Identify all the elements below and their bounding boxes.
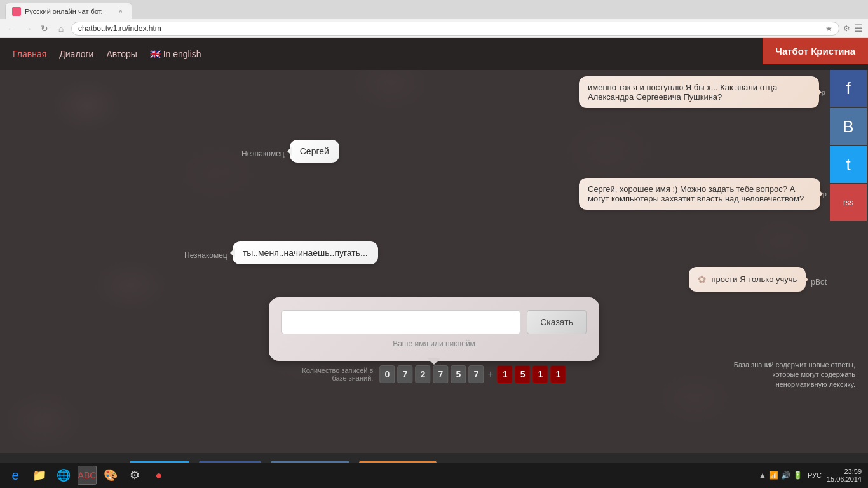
chat-area: именно так я и поступлю Я бы х... Как зв…: [0, 70, 868, 424]
digit-r1: 1: [498, 365, 513, 383]
browser-tab[interactable]: Русский онлайн чат бот. ×: [5, 3, 132, 19]
bot-bubble-1: именно так я и поступлю Я бы х... Как зв…: [579, 76, 819, 108]
taskbar-right: ▲ 📶 🔊 🔋 РУС 23:59 15.06.2014: [759, 468, 865, 483]
sidebar-vk-button[interactable]: В: [830, 108, 867, 145]
bot-message-2: Сергей, хорошее имя :) Можно задать тебе…: [579, 178, 827, 210]
taskbar: e 📁 🌐 ABC 🎨 ⚙ ● ▲ 📶 🔊 🔋 РУС 23:59 15.06.…: [0, 463, 868, 488]
paint-icon[interactable]: 🎨: [100, 465, 121, 485]
counter-label: Количество записей вбазе знаний:: [302, 367, 373, 382]
bookmark-star-icon[interactable]: ★: [825, 24, 832, 33]
bot-message-1: именно так я и поступлю Я бы х... Как зв…: [579, 76, 827, 108]
steam-icon[interactable]: ⚙: [125, 465, 145, 485]
red-icon[interactable]: ●: [149, 465, 169, 485]
bot-message-3-text: прости Я только учучь: [711, 274, 797, 284]
bot-message-3: ✿ прости Я только учучь pBot: [689, 267, 827, 292]
refresh-button[interactable]: ↻: [38, 22, 51, 35]
volume-icon: 🔊: [781, 471, 790, 480]
nav-english[interactable]: 🇬🇧 In english: [150, 49, 201, 59]
navbar: Главная Диалоги Авторы 🇬🇧 In english Чат…: [0, 38, 868, 70]
bot-bubble-3: ✿ прости Я только учучь: [689, 267, 806, 292]
clock-time: 23:59: [827, 468, 862, 475]
right-sidebar: f В t rss: [830, 70, 868, 221]
sidebar-rss-button[interactable]: rss: [830, 184, 867, 221]
digit-r1b: 1: [533, 365, 548, 383]
sidebar-twitter-button[interactable]: t: [830, 146, 867, 183]
chrome-menu-button[interactable]: ☰: [854, 22, 863, 34]
plus-sign: +: [487, 369, 493, 380]
bot-message-2-text: Сергей, хорошее имя :) Можно задать тебе…: [588, 184, 804, 203]
chat-input-area: Сказать Ваше имя или никнейм: [269, 297, 599, 361]
clock-date: 15.06.2014: [827, 475, 862, 483]
network-icon: 📶: [769, 471, 778, 480]
battery-icon: 🔋: [793, 471, 803, 480]
digit-r5: 5: [515, 365, 531, 383]
tab-title: Русский онлайн чат бот.: [25, 8, 103, 15]
send-button[interactable]: Сказать: [527, 310, 587, 334]
tab-bar: Русский онлайн чат бот. ×: [0, 0, 868, 19]
lang-indicator: РУС: [808, 471, 822, 479]
folder-icon[interactable]: 📁: [29, 465, 50, 485]
user-message-2-text: ты..меня..начинаешь..пугать...: [243, 248, 368, 258]
ie-icon[interactable]: e: [5, 465, 25, 485]
url-text: chatbot.tw1.ru/index.htm: [78, 24, 161, 33]
nav-home[interactable]: Главная: [13, 49, 46, 59]
nav-links: Главная Диалоги Авторы 🇬🇧 In english: [13, 49, 201, 59]
address-bar[interactable]: chatbot.tw1.ru/index.htm ★: [71, 22, 839, 36]
user-message-1: Незнакомец Сергей: [241, 140, 339, 163]
input-hint: Ваше имя или никнейм: [281, 339, 587, 348]
user-message-1-text: Сергей: [300, 146, 329, 156]
forward-button[interactable]: →: [22, 22, 34, 35]
digit-0: 0: [379, 365, 395, 383]
chrome-taskbar-icon[interactable]: 🌐: [53, 465, 74, 485]
chat-text-input[interactable]: [281, 310, 520, 334]
user-message-2: Незнакомец ты..меня..начинаешь..пугать..…: [184, 241, 378, 264]
rss-icon: rss: [843, 198, 853, 207]
bot-message-1-text: именно так я и поступлю Я бы х... Как зв…: [588, 83, 777, 102]
digit-r1c: 1: [551, 365, 566, 383]
nav-dialogs[interactable]: Диалоги: [59, 49, 93, 59]
input-row: Сказать: [281, 310, 587, 334]
arrow-up-icon: ▲: [759, 471, 766, 480]
abc-icon[interactable]: ABC: [78, 466, 97, 485]
facebook-icon: f: [846, 79, 850, 98]
home-button[interactable]: ⌂: [55, 22, 67, 35]
user-bubble-2: ты..меня..начинаешь..пугать...: [233, 241, 378, 264]
taskbar-clock: 23:59 15.06.2014: [827, 468, 862, 483]
back-button[interactable]: ←: [5, 22, 18, 35]
vk-icon: В: [843, 117, 853, 137]
info-text: База знаний содержит новые ответы, котор…: [728, 360, 855, 390]
user-bubble-1: Сергей: [290, 140, 339, 163]
digit-5: 5: [451, 365, 466, 383]
sidebar-facebook-button[interactable]: f: [830, 70, 867, 107]
tab-favicon: [12, 7, 21, 16]
sys-tray: ▲ 📶 🔊 🔋: [759, 471, 803, 480]
stranger-label-2: Незнакомец: [184, 251, 227, 260]
twitter-icon: t: [846, 155, 850, 175]
site-content: Главная Диалоги Авторы 🇬🇧 In english Чат…: [0, 38, 868, 488]
chrome-frame: Русский онлайн чат бот. × ← → ↻ ⌂ chatbo…: [0, 0, 868, 38]
bot-bubble-2: Сергей, хорошее имя :) Можно задать тебе…: [579, 178, 820, 210]
stranger-label-1: Незнакомец: [241, 149, 285, 158]
digit-7: 7: [397, 365, 412, 383]
extensions-icon: ⚙: [843, 24, 850, 33]
chatbot-name-badge: Чатбот Кристина: [763, 38, 868, 64]
tab-close-button[interactable]: ×: [116, 7, 125, 16]
digit-7c: 7: [468, 365, 484, 383]
chrome-toolbar: ← → ↻ ⌂ chatbot.tw1.ru/index.htm ★ ⚙ ☰: [0, 19, 868, 38]
nav-authors[interactable]: Авторы: [106, 49, 137, 59]
